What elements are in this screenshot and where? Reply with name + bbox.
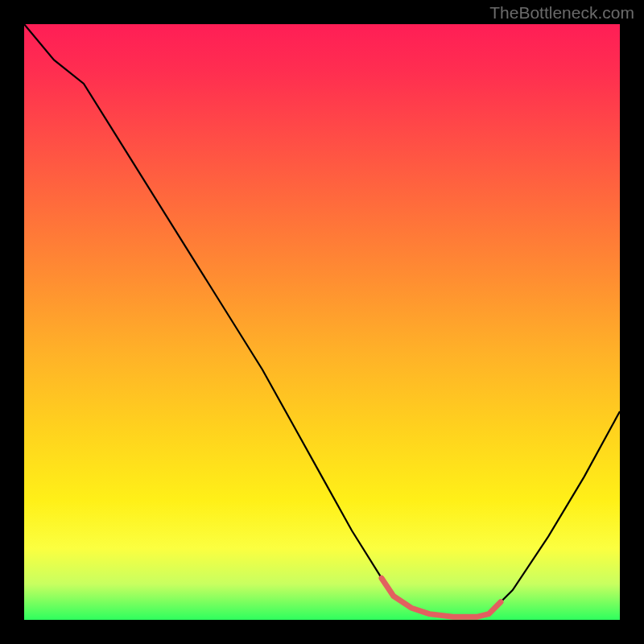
watermark-text: TheBottleneck.com	[489, 3, 634, 23]
chart-plot-area	[24, 24, 620, 620]
main-curve-path	[24, 24, 620, 617]
highlight-segment-path	[382, 578, 501, 617]
chart-svg	[24, 24, 620, 620]
